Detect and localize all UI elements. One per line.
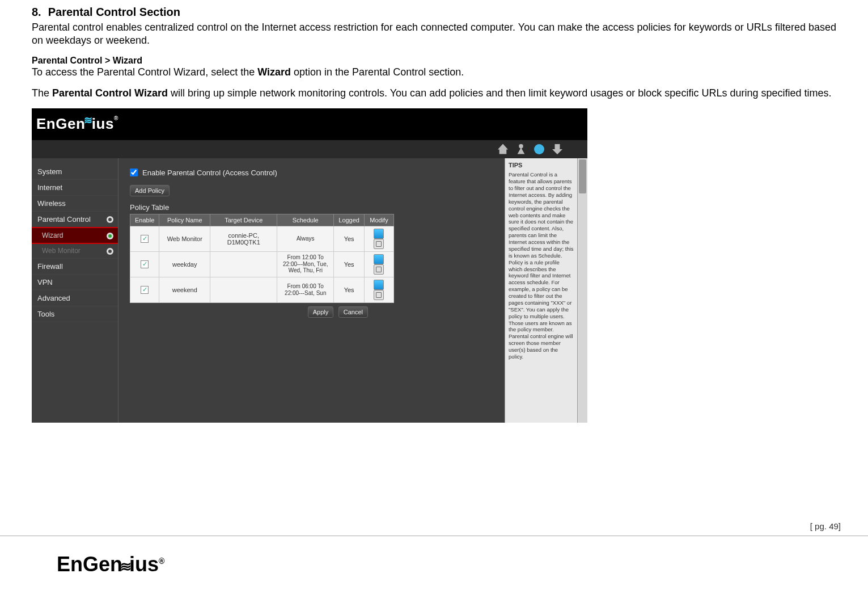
th-schedule: Schedule [277,214,334,226]
table-row: weekday From 12:00 To 22:00---Mon, Tue, … [130,251,394,277]
help-icon[interactable] [534,144,544,154]
apply-button[interactable]: Apply [308,306,334,318]
active-icon [107,233,113,239]
th-target-device: Target Device [210,214,277,226]
collapse-icon [107,216,113,223]
page-number: [ pg. 49] [810,521,841,531]
row-enable-checkbox[interactable] [141,235,149,243]
nav-tools[interactable]: Tools [32,306,118,322]
cancel-button[interactable]: Cancel [338,306,368,318]
delete-icon[interactable] [374,264,384,275]
tips-text: Parental Control is a feature that allow… [509,171,574,360]
router-ui-screenshot: EnGen≋ius® System Internet Wireless Pare… [32,108,587,423]
page-footer: [ pg. 49] EnGen≋ius® [0,536,868,590]
nav-wireless[interactable]: Wireless [32,196,118,212]
router-toolbar [32,140,587,158]
delete-icon[interactable] [374,290,384,300]
row-enable-checkbox[interactable] [141,260,149,268]
edit-icon[interactable] [374,254,384,264]
nav-advanced[interactable]: Advanced [32,290,118,306]
intro-text: Parental control enables centralized con… [32,21,836,48]
table-row: weekend From 06:00 To 22:00---Sat, Sun Y… [130,277,394,302]
th-modify: Modify [364,214,393,226]
policy-table: Enable Policy Name Target Device Schedul… [130,214,394,303]
row-enable-checkbox[interactable] [141,286,149,294]
edit-icon[interactable] [374,280,384,290]
home-icon[interactable] [498,144,508,154]
th-enable: Enable [130,214,159,226]
tips-heading: TIPS [509,162,574,170]
nav-wizard[interactable]: Wizard [32,227,118,244]
table-footer: Apply Cancel [130,303,372,318]
tips-panel: TIPS Parental Control is a feature that … [505,158,577,423]
router-header: EnGen≋ius® [32,108,587,140]
footer-logo: EnGen≋ius® [57,553,164,576]
nav-firewall[interactable]: Firewall [32,259,118,275]
access-text: To access the Parental Control Wizard, s… [32,66,836,79]
delete-icon[interactable] [374,239,384,249]
enable-checkbox[interactable] [130,168,138,176]
nav-web-monitor[interactable]: Web Monitor [32,243,118,259]
nav-system[interactable]: System [32,164,118,180]
table-row: Web Monitor connie-PC, D1M0QTK1 Always Y… [130,226,394,251]
nav-internet[interactable]: Internet [32,180,118,196]
scrollbar[interactable] [577,158,587,423]
th-logged: Logged [334,214,365,226]
nav-vpn[interactable]: VPN [32,275,118,290]
section-heading: 8.Parental Control Section [32,6,836,19]
router-main: Enable Parental Control (Access Control)… [118,158,505,423]
scrollbar-thumb[interactable] [579,159,586,193]
add-policy-button[interactable]: Add Policy [130,185,170,196]
edit-icon[interactable] [374,229,384,239]
user-icon[interactable] [516,144,526,154]
th-policy-name: Policy Name [159,214,210,226]
table-title: Policy Table [130,203,505,212]
wizard-desc: The Parental Control Wizard will bring u… [32,87,836,100]
engenius-logo: EnGen≋ius® [36,115,118,133]
nav-icon [107,248,113,255]
router-sidebar: System Internet Wireless Parental Contro… [32,158,118,423]
enable-label: Enable Parental Control (Access Control) [142,168,277,177]
breadcrumb: Parental Control > Wizard [32,56,836,66]
nav-parental-control[interactable]: Parental Control [32,212,118,227]
logout-icon[interactable] [552,144,562,154]
